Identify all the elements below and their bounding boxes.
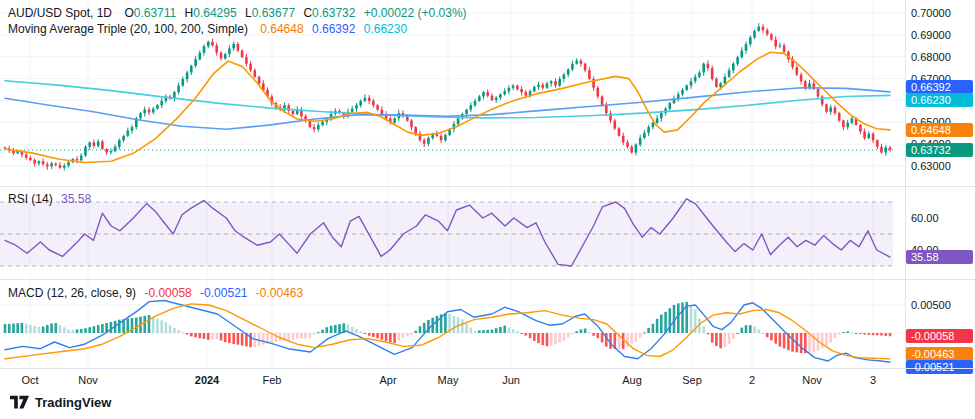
rsi-title: RSI (14) <box>8 192 53 206</box>
price-badge: 0.66392 <box>906 80 973 94</box>
pane-separator[interactable] <box>0 279 975 280</box>
ma-title: Moving Average Triple (20, 100, 200, Sim… <box>8 22 248 36</box>
high-value: 0.64295 <box>193 6 236 20</box>
open-label: O <box>124 6 133 20</box>
price-axis[interactable] <box>905 0 975 368</box>
price-badge: 0.66230 <box>906 93 973 107</box>
macd-signal-value: -0.00463 <box>256 286 303 300</box>
price-badge: 0.63732 <box>906 143 973 157</box>
macd-legend-row[interactable]: MACD (12, 26, close, 9) -0.00058 -0.0052… <box>8 286 303 300</box>
tradingview-logo-icon <box>10 395 29 410</box>
close-label: C <box>303 6 312 20</box>
macd-badge: -0.00463 <box>906 347 973 361</box>
tradingview-chart-widget: AUD/USD Spot, 1D O0.63711 H0.64295 L0.63… <box>0 0 975 419</box>
open-value: 0.63711 <box>134 6 177 20</box>
rsi-value: 35.58 <box>61 192 91 206</box>
ma200-value: 0.66230 <box>364 22 407 36</box>
ma100-value: 0.66392 <box>312 22 355 36</box>
rsi-band <box>0 202 893 266</box>
rsi-legend-row[interactable]: RSI (14) 35.58 <box>8 192 91 206</box>
macd-title: MACD (12, 26, close, 9) <box>8 286 136 300</box>
macd-line-value: -0.00521 <box>200 286 247 300</box>
low-value: 0.63677 <box>252 6 295 20</box>
close-value: 0.63732 <box>312 6 355 20</box>
tradingview-logo[interactable]: TradingView <box>10 395 111 410</box>
macd-badge: -0.00058 <box>906 329 973 343</box>
rsi-badge: 35.58 <box>906 250 973 264</box>
ma-legend-row[interactable]: Moving Average Triple (20, 100, 200, Sim… <box>8 22 407 36</box>
price-badge: 0.64648 <box>906 123 973 137</box>
time-axis[interactable] <box>0 369 975 391</box>
symbol-title: AUD/USD Spot, 1D <box>8 6 112 20</box>
symbol-legend-row[interactable]: AUD/USD Spot, 1D O0.63711 H0.64295 L0.63… <box>8 6 467 20</box>
low-label: L <box>245 6 252 20</box>
time-axis-separator <box>0 368 975 369</box>
ma20-value: 0.64648 <box>260 22 303 36</box>
macd-hist-value: -0.00058 <box>144 286 191 300</box>
tradingview-brand-text: TradingView <box>35 395 111 410</box>
high-label: H <box>185 6 194 20</box>
pane-separator[interactable] <box>0 186 975 187</box>
chart-canvas[interactable] <box>0 0 975 419</box>
change-value: +0.00022 (+0.03%) <box>364 6 467 20</box>
